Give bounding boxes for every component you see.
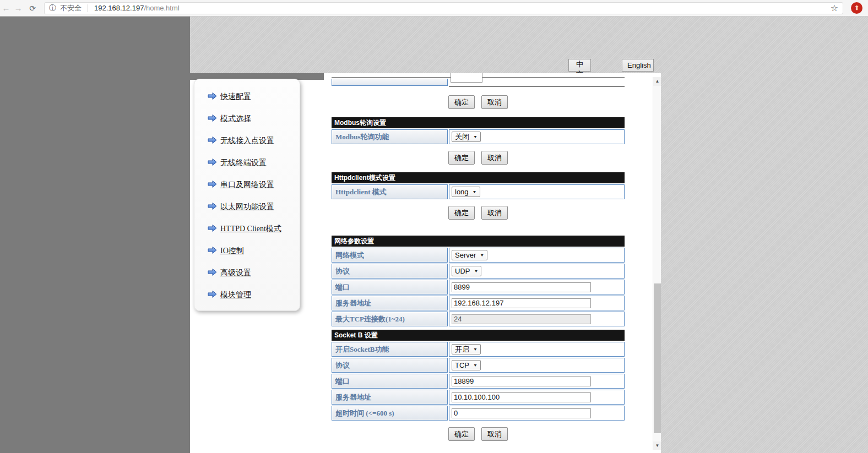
scroll-down-icon[interactable]: ▼ [653,441,661,450]
sidebar-frame: 快速配置模式选择无线接入点设置无线终端设置串口及网络设置以太网功能设置HTTPD… [190,73,324,453]
row-label: 服务器地址 [332,390,448,405]
scrollbar-thumb[interactable] [654,283,661,433]
dropdown-select[interactable]: 关闭▼ [452,132,481,142]
text-input[interactable] [452,392,591,402]
sidebar-link[interactable]: 快速配置 [220,92,251,102]
row-label: 协议 [332,264,448,279]
row-value-cell: UDP▼ [449,264,625,279]
sidebar-item[interactable]: 高级设置 [194,262,300,284]
sidebar-link[interactable]: 以太网功能设置 [220,202,274,212]
ok-button[interactable]: 确定 [448,151,475,165]
sidebar-item[interactable]: 串口及网络设置 [194,174,300,196]
address-bar[interactable]: ⓘ 不安全 192.168.12.197 /home.html ☆ [44,2,843,14]
table-row: 协议TCP▼ [332,358,625,373]
row-label: 端口 [332,280,448,294]
dropdown-select[interactable]: UDP▼ [452,266,481,276]
select-arrow-icon: ▼ [473,363,478,367]
bookmark-star-icon[interactable]: ☆ [831,3,838,13]
cancel-button[interactable]: 取消 [481,206,508,220]
row-label: 协议 [332,358,448,373]
row-label: 最大TCP连接数(1~24) [332,312,448,326]
chinese-language-button[interactable]: 中文 [568,59,591,72]
dropdown-select[interactable]: long▼ [452,187,480,197]
table-row: 协议UDP▼ [332,264,625,279]
row-label: 开启SocketB功能 [332,342,448,357]
sidebar-item[interactable]: HTTPD Client模式 [194,218,300,240]
menu-arrow-icon [208,268,217,278]
select-arrow-icon: ▼ [473,134,478,139]
forward-icon[interactable]: → [12,3,24,13]
security-label: 不安全 [60,3,82,13]
text-input[interactable] [452,282,591,292]
row-value-cell [449,296,625,310]
cancel-button[interactable]: 取消 [481,95,508,109]
action-bar: 确定取消 [332,206,625,220]
top-banner: 中文 English [190,17,868,73]
action-bar: 确定取消 [332,151,625,165]
extension-icon[interactable]: ⬆ [851,2,862,14]
settings-section: 网络参数设置网络模式Server▼协议UDP▼端口服务器地址最大TCP连接数(1… [332,236,625,326]
sidebar-link[interactable]: 无线终端设置 [220,158,267,168]
scrollbar[interactable]: ▲ ▼ [653,77,661,450]
truncated-select[interactable] [451,73,482,83]
row-value-cell [449,390,625,405]
row-value-cell [449,406,625,421]
sidebar-link[interactable]: 模块管理 [220,290,251,300]
row-value-cell: 开启▼ [449,342,625,357]
ok-button[interactable]: 确定 [448,427,475,441]
row-value-cell: TCP▼ [449,358,625,373]
sidebar-item[interactable]: 模式选择 [194,108,300,130]
table-border-line [449,86,625,87]
url-host: 192.168.12.197 [94,4,144,12]
text-input[interactable] [452,408,591,418]
sidebar-item[interactable]: IO控制 [194,240,300,262]
table-row: 开启SocketB功能开启▼ [332,342,625,357]
sidebar-link[interactable]: 模式选择 [220,114,251,124]
row-label: 超时时间 (<=600 s) [332,406,448,421]
row-label: 服务器地址 [332,296,448,310]
reload-icon[interactable]: ⟳ [26,4,39,13]
select-value: Server [455,251,476,259]
cancel-button[interactable]: 取消 [481,427,508,441]
scroll-up-icon[interactable]: ▲ [653,77,661,86]
url-path: /home.html [144,4,179,12]
row-value-cell: long▼ [449,184,625,199]
dropdown-select[interactable]: Server▼ [452,250,487,260]
menu-arrow-icon [208,158,217,168]
sidebar-link[interactable]: IO控制 [220,246,244,256]
sidebar-link[interactable]: 无线接入点设置 [220,136,274,146]
truncated-row-label [332,79,448,86]
sidebar-item[interactable]: 以太网功能设置 [194,196,300,218]
sidebar-link[interactable]: 高级设置 [220,268,251,278]
text-input[interactable] [452,298,591,308]
cancel-button[interactable]: 取消 [481,151,508,165]
row-label: 网络模式 [332,248,448,263]
content-frame: 确定 取消 Modbus轮询设置Modbus轮询功能关闭▼确定取消Httpdcl… [324,73,661,453]
row-label: Httpdclient 模式 [332,184,448,199]
ok-button[interactable]: 确定 [448,206,475,220]
text-input[interactable] [452,376,591,386]
page-background: 中文 English 快速配置模式选择无线接入点设置无线终端设置串口及网络设置以… [0,17,868,453]
section-header: 网络参数设置 [332,236,625,247]
menu-arrow-icon [208,114,217,124]
select-arrow-icon: ▼ [473,347,478,351]
english-language-button[interactable]: English [622,59,654,72]
sidebar-item[interactable]: 快速配置 [194,86,300,108]
sidebar-item[interactable]: 无线终端设置 [194,152,300,174]
sidebar-item[interactable]: 模块管理 [194,284,300,306]
sidebar-item[interactable]: 无线接入点设置 [194,130,300,152]
select-arrow-icon: ▼ [480,253,484,257]
dropdown-select[interactable]: TCP▼ [452,360,481,370]
page-info-icon[interactable]: ⓘ [49,3,56,13]
sidebar-link[interactable]: HTTPD Client模式 [220,224,281,234]
menu-arrow-icon [208,136,217,146]
back-icon[interactable]: ← [0,3,12,13]
select-arrow-icon: ▼ [473,189,477,194]
ok-button[interactable]: 确定 [448,95,475,109]
sidebar-link[interactable]: 串口及网络设置 [220,180,274,190]
dropdown-select[interactable]: 开启▼ [452,344,481,354]
select-value: UDP [455,267,470,275]
table-row: 最大TCP连接数(1~24) [332,312,625,326]
row-label: Modbus轮询功能 [332,129,448,144]
action-bar: 确定 取消 [332,95,625,109]
